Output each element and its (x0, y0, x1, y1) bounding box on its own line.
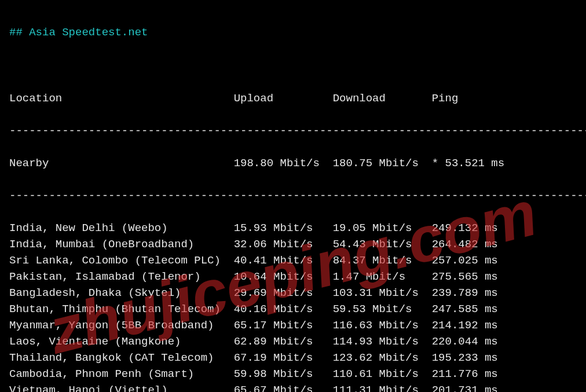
result-row: Cambodia, Phnom Penh (Smart) 59.98 Mbit/… (9, 366, 577, 382)
result-row: Sri Lanka, Colombo (Telecom PLC) 40.41 M… (9, 252, 577, 269)
nearby-row: Nearby 198.80 Mbit/s 180.75 Mbit/s * 53.… (9, 155, 577, 171)
result-row: Vietnam, Hanoi (Viettel) 65.67 Mbit/s 11… (9, 382, 577, 392)
result-row: India, New Delhi (Weebo) 15.93 Mbit/s 19… (9, 220, 577, 236)
result-row: Thailand, Bangkok (CAT Telecom) 67.19 Mb… (9, 350, 577, 366)
result-row: Bhutan, Thimphu (Bhutan Telecom) 40.16 M… (9, 301, 577, 317)
divider: ----------------------------------------… (9, 188, 577, 204)
results-block: India, New Delhi (Weebo) 15.93 Mbit/s 19… (9, 220, 577, 392)
terminal-output: ## Asia Speedtest.net Location Upload Do… (0, 0, 586, 392)
result-row: Bangladesh, Dhaka (Skytel) 29.69 Mbit/s … (9, 285, 577, 301)
result-row: Pakistan, Islamabad (Telenor) 10.64 Mbit… (9, 269, 577, 285)
section-title: ## Asia Speedtest.net (9, 24, 577, 41)
divider: ----------------------------------------… (9, 123, 577, 139)
result-row: India, Mumbai (OneBroadband) 32.06 Mbit/… (9, 236, 577, 252)
result-row: Laos, Vientaine (Mangkone) 62.89 Mbit/s … (9, 334, 577, 350)
header-row: Location Upload Download Ping (9, 90, 577, 107)
result-row: Myanmar, Yangon (5BB Broadband) 65.17 Mb… (9, 317, 577, 334)
blank-line (9, 58, 577, 74)
